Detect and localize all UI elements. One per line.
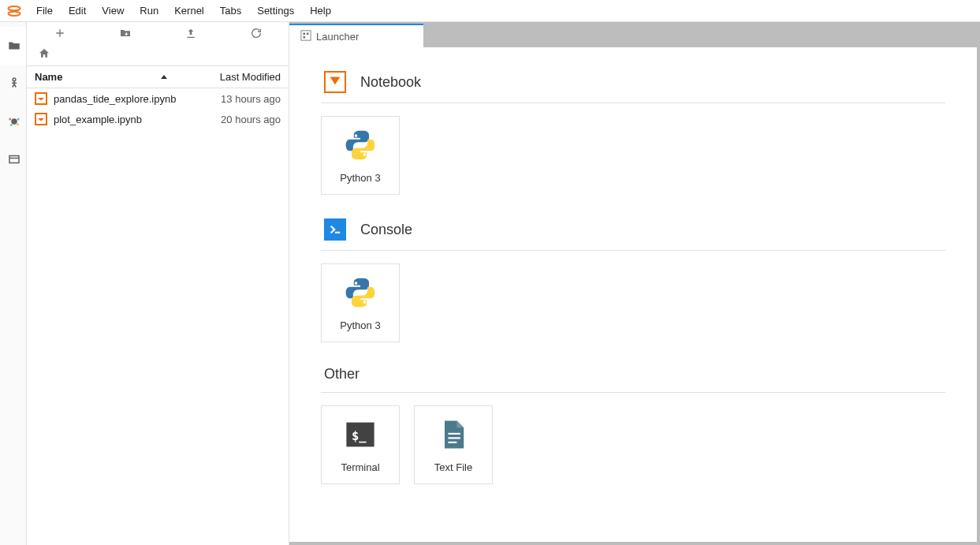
notebook-section-icon [324, 71, 346, 93]
refresh-button[interactable] [223, 27, 289, 39]
activity-running[interactable] [0, 65, 26, 103]
card-label: Text File [434, 461, 472, 473]
launch-console-python3[interactable]: Python 3 [321, 263, 400, 342]
svg-rect-12 [304, 35, 306, 38]
breadcrumb[interactable] [27, 44, 289, 66]
svg-rect-11 [307, 32, 309, 35]
file-name: pandas_tide_explore.ipynb [54, 93, 186, 105]
menu-run[interactable]: Run [132, 2, 166, 20]
section-other: Other $_ Terminal Text File [321, 366, 945, 484]
svg-rect-17 [448, 432, 460, 434]
filebrowser-toolbar [27, 22, 289, 44]
file-row[interactable]: plot_example.ipynb 20 hours ago [27, 109, 289, 129]
menu-kernel[interactable]: Kernel [166, 2, 212, 20]
file-row[interactable]: pandas_tide_explore.ipynb 13 hours ago [27, 88, 289, 109]
menu-edit[interactable]: Edit [61, 2, 94, 20]
file-name: plot_example.ipynb [54, 114, 186, 125]
new-launcher-button[interactable] [27, 27, 92, 39]
file-modified: 20 hours ago [186, 114, 281, 125]
launch-terminal[interactable]: $_ Terminal [321, 405, 400, 484]
activity-tabs[interactable] [0, 140, 26, 178]
svg-rect-8 [9, 156, 19, 163]
notebook-icon [35, 113, 47, 125]
launcher-content: Notebook Python 3 Co [289, 47, 977, 542]
card-label: Terminal [341, 461, 379, 473]
activity-filebrowser[interactable] [0, 27, 26, 65]
section-title: Other [324, 366, 360, 383]
console-section-icon [324, 218, 346, 241]
column-name-label: Name [35, 71, 62, 83]
svg-point-0 [9, 6, 20, 10]
svg-rect-14 [335, 232, 340, 233]
tabbar: Launcher [289, 24, 980, 47]
launcher-tab-icon [300, 30, 311, 43]
menu-tabs[interactable]: Tabs [212, 2, 249, 20]
python-icon [343, 128, 378, 162]
section-title: Notebook [360, 74, 421, 91]
svg-point-2 [13, 78, 16, 81]
column-name[interactable]: Name [27, 71, 186, 83]
section-notebook: Notebook Python 3 [321, 71, 945, 195]
svg-rect-9 [301, 30, 311, 39]
filebrowser-list: pandas_tide_explore.ipynb 13 hours ago p… [27, 88, 289, 545]
svg-rect-10 [304, 32, 306, 35]
svg-point-6 [9, 124, 12, 126]
section-divider [321, 392, 945, 393]
textfile-icon [436, 417, 471, 452]
file-modified: 13 hours ago [186, 93, 281, 105]
card-label: Python 3 [340, 172, 380, 184]
svg-marker-13 [330, 77, 341, 85]
svg-point-7 [17, 123, 19, 125]
upload-button[interactable] [158, 27, 223, 39]
section-title: Console [360, 222, 412, 238]
tab-label: Launcher [316, 31, 359, 43]
menu-view[interactable]: View [94, 2, 132, 20]
filebrowser-panel: Name Last Modified pandas_tide_explore.i… [27, 22, 289, 545]
svg-point-5 [17, 118, 19, 121]
python-icon [343, 275, 378, 310]
menu-file[interactable]: File [28, 2, 61, 20]
tab-launcher[interactable]: Launcher [289, 24, 423, 47]
menubar: File Edit View Run Kernel Tabs Settings … [0, 0, 980, 22]
svg-rect-19 [448, 441, 456, 442]
terminal-icon: $_ [343, 417, 378, 452]
dock-panel: Launcher Notebook Python 3 [289, 22, 980, 545]
column-modified[interactable]: Last Modified [186, 71, 289, 83]
section-divider [321, 103, 945, 103]
svg-point-4 [9, 118, 11, 121]
menu-help[interactable]: Help [302, 2, 339, 20]
card-label: Python 3 [340, 319, 380, 331]
svg-text:$_: $_ [352, 428, 367, 442]
activity-bar [0, 22, 27, 545]
svg-point-3 [11, 118, 17, 125]
svg-rect-18 [448, 437, 460, 439]
new-folder-button[interactable] [92, 27, 158, 39]
svg-point-1 [9, 11, 20, 15]
launch-notebook-python3[interactable]: Python 3 [321, 116, 400, 195]
home-icon [38, 47, 50, 62]
section-divider [321, 250, 945, 251]
section-console: Console Python 3 [321, 218, 945, 342]
filebrowser-header: Name Last Modified [27, 66, 289, 88]
sort-caret-icon [161, 75, 167, 79]
activity-commands[interactable] [0, 103, 26, 140]
notebook-icon [35, 92, 47, 105]
menu-settings[interactable]: Settings [249, 2, 302, 20]
launch-textfile[interactable]: Text File [414, 405, 493, 484]
jupyter-logo-icon [6, 3, 22, 19]
